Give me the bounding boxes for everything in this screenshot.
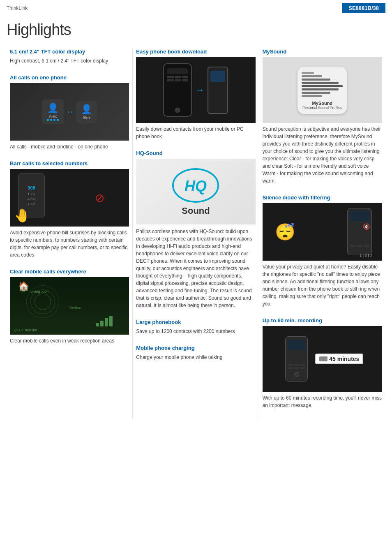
feature-silence-desc: Value your privacy and quiet at home? Ea… (263, 263, 382, 308)
feature-barrcalls-desc: Avoid expensive phone bill surprises by … (10, 229, 129, 259)
mysound-visual: MySound Personal Sound Profiles (297, 67, 347, 114)
feature-hqsound-image: HQ Sound (136, 159, 255, 224)
feature-phonebook-download-desc: Easily download contacts from your mobil… (136, 125, 255, 140)
feature-clearmobile-desc: Clear mobile calls even in weak receptio… (10, 337, 129, 345)
feature-hqsound-title: HQ-Sound (136, 150, 255, 156)
feature-silence-title: Silence mode with filtering (263, 194, 382, 201)
feature-mysound-title: MySound (263, 49, 382, 55)
feature-display-title: 6.1 cm/ 2.4" TFT color display (10, 49, 129, 55)
bar-1 (96, 323, 99, 326)
feature-allcalls-image: 👤 Alex ↔ 👤 Alex (10, 83, 129, 141)
hq-circle-svg: HQ (171, 167, 220, 204)
feature-hqsound: HQ-Sound HQ Sound Philips cordless phone… (136, 150, 255, 309)
dot-1 (47, 119, 49, 121)
mysound-line-2 (302, 75, 322, 77)
clearmobile-visual: 🏠 Living room kitchen DECT monitor (10, 277, 129, 335)
mysound-line-1 (302, 72, 314, 74)
feature-phonebook-download-image: → (136, 57, 255, 123)
download-arrow: → (195, 85, 204, 95)
dot-4 (57, 119, 59, 121)
feature-barrcalls-title: Barr calls to selected numbers (10, 160, 129, 166)
column-3: MySound MySound (259, 49, 385, 419)
time-indicator: 1 | 2 | 3 (360, 253, 372, 257)
feature-clearmobile: Clear mobile calls everywhere 🏠 Living r… (10, 268, 129, 345)
column-1: 6.1 cm/ 2.4" TFT color display High cont… (7, 49, 133, 419)
recording-visual: 45 minutes (263, 326, 382, 392)
dots-row (47, 119, 59, 121)
main-content: 6.1 cm/ 2.4" TFT color display High cont… (0, 49, 392, 419)
name-label-right: Alex (83, 116, 90, 120)
mysound-line-3 (302, 79, 330, 81)
bar-4 (109, 316, 113, 326)
cassette-icon (319, 356, 327, 361)
feature-mysound-image: MySound Personal Sound Profiles (263, 57, 382, 123)
mysound-line-6 (302, 88, 339, 90)
hqsound-word: Sound (182, 206, 210, 216)
brand-name: ThinkLink (7, 5, 28, 11)
feature-mysound: MySound MySound (263, 49, 382, 185)
column-2: Easy phone book download (133, 49, 259, 419)
person-icon-right: 👤 (81, 104, 92, 115)
feature-phonebook-download-title: Easy phone book download (136, 49, 255, 55)
hqsound-visual: HQ Sound (136, 159, 255, 224)
feature-large-phonebook-title: Large phonebook (136, 319, 255, 325)
feature-charging-desc: Charge your mobile phone while talking (136, 354, 255, 361)
feature-display: 6.1 cm/ 2.4" TFT color display High cont… (10, 49, 129, 65)
feature-large-phonebook: Large phonebook Save up to 1200 contacts… (136, 319, 255, 335)
feature-barrcalls: Barr calls to selected numbers 908 1 2 3… (10, 160, 129, 259)
mysound-label: MySound (312, 101, 333, 106)
name-label-left: Alex (49, 114, 57, 119)
feature-recording-image: 45 minutes (263, 326, 382, 392)
allcalls-visual: 👤 Alex ↔ 👤 Alex (10, 83, 129, 141)
feature-allcalls-title: All calls on one phone (10, 74, 129, 81)
feature-clearmobile-title: Clear mobile calls everywhere (10, 268, 129, 275)
feature-recording-title: Up to 60 min. recording (263, 317, 382, 324)
feature-mysound-desc: Sound perception is subjective and every… (263, 125, 382, 185)
feature-phonebook-download: Easy phone book download (136, 49, 255, 140)
phonebook-visual: → (136, 57, 255, 123)
kitchen-label: kitchen (69, 306, 81, 310)
house-icon: 🏠 (18, 281, 29, 292)
mysound-lines (302, 71, 343, 98)
model-badge: SE8881B/38 (342, 3, 385, 13)
page-title: Highlights (0, 14, 392, 49)
feature-hqsound-desc: Philips cordless phones with HQ-Sound: b… (136, 228, 255, 309)
recording-badge: 45 minutes (315, 354, 363, 364)
recording-minutes: 45 minutes (329, 356, 359, 362)
mysound-line-5 (302, 85, 343, 87)
mysound-sublabel: Personal Sound Profiles (302, 106, 342, 110)
feature-silence: Silence mode with filtering 😴 🔇 (263, 194, 382, 308)
top-bar: ThinkLink SE8881B/38 (0, 0, 392, 14)
signal-bars (96, 316, 113, 326)
feature-silence-image: 😴 🔇 1 | 2 | 3 (263, 203, 382, 261)
feature-allcalls-desc: All calls - mobile and landline - on one… (10, 143, 129, 150)
mysound-line-7 (302, 92, 330, 94)
bar-3 (105, 318, 108, 326)
feature-allcalls: All calls on one phone 👤 Alex (10, 74, 129, 150)
feature-display-desc: High contrast, 6.1 cm / 2.4" TFT color d… (10, 57, 129, 65)
dot-2 (50, 119, 52, 121)
feature-large-phonebook-desc: Save up to 1200 contacts with 2200 numbe… (136, 328, 255, 335)
dect-label: DECT monitor (14, 328, 37, 332)
bar-2 (100, 321, 104, 326)
sleep-icon: 😴 (275, 222, 295, 242)
feature-clearmobile-image: 🏠 Living room kitchen DECT monitor (10, 277, 129, 335)
silence-phone: 🔇 (347, 208, 372, 255)
arrow-icon: ↔ (66, 108, 74, 116)
feature-barrcalls-image: 908 1 2 3 4 5 6 7 8 9 (10, 169, 129, 227)
svg-text:HQ: HQ (184, 178, 207, 194)
feature-recording: Up to 60 min. recording (263, 317, 382, 409)
hand-icon: 🤚 (14, 208, 30, 223)
barrcalls-visual: 908 1 2 3 4 5 6 7 8 9 (10, 169, 129, 227)
feature-charging: Mobile phone charging Charge your mobile… (136, 345, 255, 361)
mysound-line-8 (302, 95, 322, 97)
person-icon-left: 👤 (47, 103, 58, 113)
feature-recording-desc: With up to 60 minutes recording time, yo… (263, 394, 382, 409)
feature-charging-title: Mobile phone charging (136, 345, 255, 351)
silence-visual: 😴 🔇 1 | 2 | 3 (263, 203, 382, 261)
dot-3 (53, 119, 55, 121)
mysound-line-4 (302, 82, 339, 84)
